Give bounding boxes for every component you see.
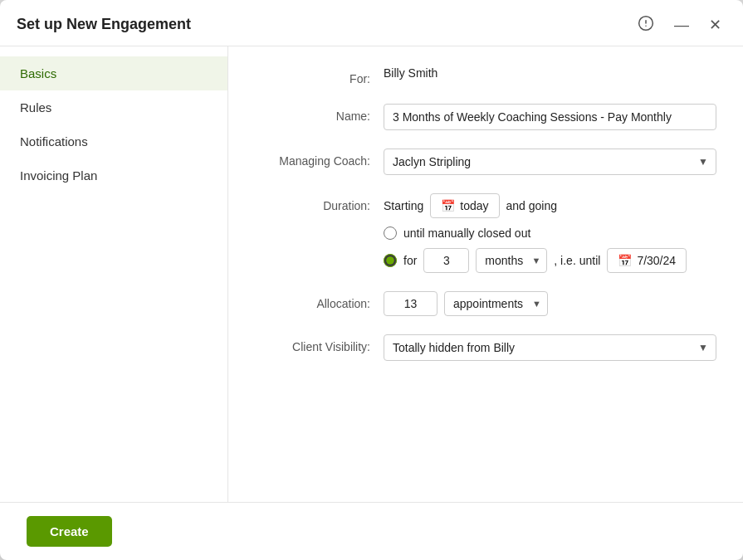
allocation-number-input[interactable] xyxy=(384,291,437,316)
starting-label: Starting xyxy=(384,199,423,212)
allocation-unit-wrapper: appointments sessions ▼ xyxy=(444,291,548,316)
for-row: For: Billy Smith xyxy=(255,66,716,85)
client-visibility-row: Client Visibility: Totally hidden from B… xyxy=(255,334,716,361)
until-manually-label: until manually closed out xyxy=(403,226,530,240)
duration-number-input[interactable] xyxy=(423,248,469,273)
hint-button[interactable] xyxy=(633,13,659,36)
until-manually-option: until manually closed out xyxy=(384,226,716,240)
end-calendar-icon: 📅 xyxy=(618,254,632,267)
client-visibility-select[interactable]: Totally hidden from Billy Visible to Bil… xyxy=(384,334,716,361)
managing-coach-select[interactable]: Jaclyn Stripling xyxy=(384,149,716,175)
managing-coach-select-wrapper: Jaclyn Stripling ▼ xyxy=(384,149,716,175)
name-control xyxy=(384,104,716,130)
until-manually-radio[interactable] xyxy=(384,226,397,240)
modal: Set up New Engagement — ✕ Basics xyxy=(0,0,743,560)
today-label: today xyxy=(460,199,488,212)
end-date-value: 7/30/24 xyxy=(637,254,676,267)
sidebar: Basics Rules Notifications Invoicing Pla… xyxy=(0,46,228,502)
for-label2: for xyxy=(403,254,417,267)
footer: Create xyxy=(0,502,743,560)
duration-starting: Starting 📅 today and going xyxy=(384,193,716,218)
duration-label: Duration: xyxy=(255,193,384,212)
client-visibility-select-wrapper: Totally hidden from Billy Visible to Bil… xyxy=(384,334,716,361)
duration-options: Starting 📅 today and going until ma xyxy=(384,193,716,273)
close-button[interactable]: ✕ xyxy=(704,16,726,34)
managing-coach-row: Managing Coach: Jaclyn Stripling ▼ xyxy=(255,149,716,175)
title-bar: Set up New Engagement — ✕ xyxy=(0,0,743,46)
sidebar-item-rules[interactable]: Rules xyxy=(0,90,227,124)
for-duration-option: for months weeks days ▼ xyxy=(384,248,716,273)
modal-body: Basics Rules Notifications Invoicing Pla… xyxy=(0,46,743,502)
for-value: Billy Smith xyxy=(384,61,437,80)
minimize-button[interactable]: — xyxy=(669,16,694,34)
duration-row: Duration: Starting 📅 today and going xyxy=(255,193,716,273)
duration-unit-wrapper: months weeks days ▼ xyxy=(476,248,547,273)
today-date-button[interactable]: 📅 today xyxy=(430,193,499,218)
minimize-icon: — xyxy=(674,17,689,33)
for-control: Billy Smith xyxy=(384,66,716,80)
main-content: For: Billy Smith Name: Managing Coach: xyxy=(228,46,743,502)
managing-coach-control: Jaclyn Stripling ▼ xyxy=(384,149,716,175)
and-going-label: and going xyxy=(506,199,558,212)
modal-title: Set up New Engagement xyxy=(17,16,191,33)
allocation-unit-select[interactable]: appointments sessions xyxy=(444,291,548,316)
end-date-button[interactable]: 📅 7/30/24 xyxy=(607,248,687,273)
allocation-label: Allocation: xyxy=(255,291,384,310)
close-icon: ✕ xyxy=(709,17,721,33)
client-visibility-control: Totally hidden from Billy Visible to Bil… xyxy=(384,334,716,361)
for-label: For: xyxy=(255,66,384,85)
duration-unit-select[interactable]: months weeks days xyxy=(476,248,547,273)
sidebar-item-basics[interactable]: Basics xyxy=(0,56,227,90)
title-bar-actions: — ✕ xyxy=(633,13,726,36)
allocation-inputs: appointments sessions ▼ xyxy=(384,291,716,316)
allocation-row: Allocation: appointments sessions ▼ xyxy=(255,291,716,316)
managing-coach-label: Managing Coach: xyxy=(255,149,384,168)
hint-icon xyxy=(638,15,654,32)
calendar-icon: 📅 xyxy=(441,199,455,212)
create-button[interactable]: Create xyxy=(27,516,112,547)
allocation-control: appointments sessions ▼ xyxy=(384,291,716,316)
client-visibility-label: Client Visibility: xyxy=(255,334,384,353)
sidebar-item-invoicing-plan[interactable]: Invoicing Plan xyxy=(0,158,227,192)
name-label: Name: xyxy=(255,104,384,123)
duration-control: Starting 📅 today and going until ma xyxy=(384,193,716,273)
name-row: Name: xyxy=(255,104,716,130)
name-input[interactable] xyxy=(384,104,716,130)
sidebar-item-notifications[interactable]: Notifications xyxy=(0,124,227,158)
ie-until-label: , i.e. until xyxy=(554,254,600,267)
form-area: For: Billy Smith Name: Managing Coach: xyxy=(255,66,716,482)
for-duration-radio[interactable] xyxy=(384,254,397,267)
